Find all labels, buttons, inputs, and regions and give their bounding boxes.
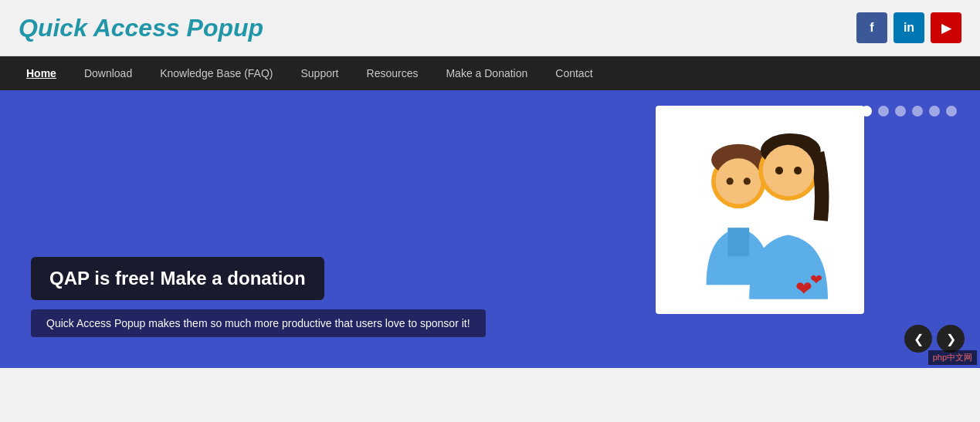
nav-item-download[interactable]: Download xyxy=(70,56,146,90)
facebook-icon[interactable]: f xyxy=(856,12,887,43)
social-icons: f in ▶ xyxy=(856,12,961,43)
nav-arrows: ❮ ❯ xyxy=(904,325,965,353)
linkedin-icon[interactable]: in xyxy=(894,12,924,43)
watermark: php中文网 xyxy=(928,350,977,365)
slide-dot-3[interactable] xyxy=(895,106,906,116)
hero-section: ❤ ❤ QAP is free! Make a donation Quick A… xyxy=(0,90,980,368)
youtube-icon[interactable]: ▶ xyxy=(931,12,961,43)
svg-point-11 xyxy=(794,167,802,174)
svg-rect-6 xyxy=(727,228,749,256)
site-header: Quick Access Popup f in ▶ xyxy=(0,0,980,56)
nav-item-resources[interactable]: Resources xyxy=(353,56,432,90)
nav-item-support[interactable]: Support xyxy=(287,56,352,90)
svg-point-9 xyxy=(763,145,815,197)
site-title: Quick Access Popup xyxy=(19,14,263,42)
main-nav: Home Download Knowledge Base (FAQ) Suppo… xyxy=(0,56,980,90)
slide-dot-1[interactable] xyxy=(861,106,872,116)
nav-item-donation[interactable]: Make a Donation xyxy=(432,56,541,90)
prev-arrow[interactable]: ❮ xyxy=(904,325,932,353)
svg-point-5 xyxy=(744,177,751,184)
slide-dot-5[interactable] xyxy=(929,106,940,116)
hero-illustration: ❤ ❤ xyxy=(656,106,864,314)
slide-dot-4[interactable] xyxy=(912,106,923,116)
svg-point-3 xyxy=(716,158,761,204)
svg-point-4 xyxy=(726,177,733,184)
nav-item-contact[interactable]: Contact xyxy=(541,56,606,90)
slide-dots xyxy=(861,106,957,116)
hero-subtitle: Quick Access Popup makes them so much mo… xyxy=(31,309,486,337)
nav-item-home[interactable]: Home xyxy=(12,56,70,90)
hero-content: QAP is free! Make a donation Quick Acces… xyxy=(31,257,486,337)
nav-item-faq[interactable]: Knowledge Base (FAQ) xyxy=(146,56,287,90)
slide-dot-2[interactable] xyxy=(878,106,889,116)
slide-dot-6[interactable] xyxy=(946,106,957,116)
next-arrow[interactable]: ❯ xyxy=(937,325,965,353)
svg-text:❤: ❤ xyxy=(810,272,822,288)
hero-title: QAP is free! Make a donation xyxy=(31,257,324,300)
svg-point-10 xyxy=(775,167,783,174)
